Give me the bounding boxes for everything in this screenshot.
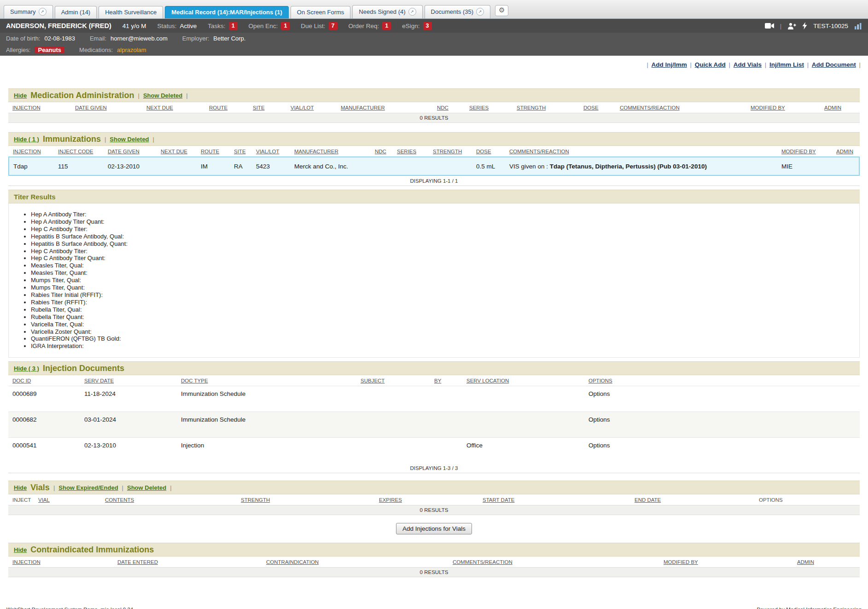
show-expired-ended-link[interactable]: Show Expired/Ended bbox=[58, 484, 118, 491]
immunization-row-tdap[interactable]: Tdap 115 02-13-2010 IM RA 5423 Merck and… bbox=[9, 157, 859, 175]
col-admin[interactable]: ADMIN bbox=[834, 146, 859, 157]
popout-icon[interactable]: ↗ bbox=[476, 8, 484, 16]
col-strength[interactable]: STRENGTH bbox=[239, 494, 377, 505]
col-dose[interactable]: DOSE bbox=[582, 102, 618, 113]
quick-actions-lightning-icon[interactable] bbox=[802, 22, 807, 29]
col-modified-by[interactable]: MODIFIED BY bbox=[662, 557, 795, 567]
add-vials-link[interactable]: Add Vials bbox=[734, 61, 762, 68]
show-deleted-link[interactable]: Show Deleted bbox=[143, 92, 182, 99]
add-person-icon[interactable] bbox=[787, 23, 796, 29]
col-vial[interactable]: VIAL bbox=[36, 494, 103, 505]
col-modified-by[interactable]: MODIFIED BY bbox=[749, 102, 822, 113]
col-next-due[interactable]: NEXT DUE bbox=[145, 102, 207, 113]
hide-vials-link[interactable]: Hide bbox=[14, 484, 27, 491]
esign-badge[interactable]: 3 bbox=[423, 22, 432, 30]
hide-injection-documents-link[interactable]: Hide ( 3 ) bbox=[14, 365, 39, 372]
footer-powered-by[interactable]: Powered by Medical Informatics Engineeri… bbox=[757, 607, 862, 609]
tab-needs-signed[interactable]: Needs Signed (4) ↗ bbox=[352, 5, 422, 18]
col-expires[interactable]: EXPIRES bbox=[377, 494, 481, 505]
popout-icon[interactable]: ↗ bbox=[408, 8, 416, 16]
hide-immunizations-link[interactable]: Hide ( 1 ) bbox=[14, 136, 39, 143]
due-list-badge[interactable]: 7 bbox=[329, 22, 338, 30]
col-admin[interactable]: ADMIN bbox=[795, 557, 860, 567]
col-admin[interactable]: ADMIN bbox=[822, 102, 860, 113]
col-route[interactable]: ROUTE bbox=[199, 146, 232, 157]
popout-icon[interactable]: ↗ bbox=[39, 8, 47, 16]
col-series[interactable]: SERIES bbox=[467, 102, 515, 113]
col-series[interactable]: SERIES bbox=[395, 146, 431, 157]
show-deleted-link[interactable]: Show Deleted bbox=[110, 136, 149, 143]
allergy-badge[interactable]: Peanuts bbox=[35, 46, 64, 53]
options-menu[interactable]: Options bbox=[588, 390, 610, 397]
open-enc-badge[interactable]: 1 bbox=[281, 22, 290, 30]
tab-medical-record-mar-injections[interactable]: Medical Record (14):MAR/Injections (1) bbox=[165, 6, 289, 18]
col-start-date[interactable]: START DATE bbox=[481, 494, 633, 505]
col-contraindication[interactable]: CONTRAINDICATION bbox=[264, 557, 451, 567]
col-inject-code[interactable]: INJECT CODE bbox=[56, 146, 106, 157]
col-doc-type[interactable]: DOC TYPE bbox=[179, 375, 359, 386]
bar-chart-icon[interactable] bbox=[854, 23, 862, 29]
medication-item[interactable]: alprazolam bbox=[117, 46, 146, 53]
col-site[interactable]: SITE bbox=[232, 146, 254, 157]
col-injection[interactable]: INJECTION bbox=[8, 102, 73, 113]
immunizations-header: Hide ( 1 ) Immunizations | Show Deleted … bbox=[8, 132, 860, 146]
col-contents[interactable]: CONTENTS bbox=[103, 494, 239, 505]
col-dose[interactable]: DOSE bbox=[474, 146, 507, 157]
titer-item: Hep C Antibody Titer Quant: bbox=[31, 255, 859, 262]
video-call-icon[interactable] bbox=[765, 23, 774, 29]
col-serv-date[interactable]: SERV DATE bbox=[82, 375, 179, 386]
settings-gear-icon[interactable]: ⚙ bbox=[495, 5, 508, 16]
col-options: OPTIONS bbox=[757, 494, 860, 505]
table-header-row: INJECTION DATE ENTERED CONTRAINDICATION … bbox=[8, 557, 860, 567]
col-modified-by[interactable]: MODIFIED BY bbox=[780, 146, 834, 157]
add-inj-imm-link[interactable]: Add Inj/Imm bbox=[652, 61, 687, 68]
options-menu[interactable]: Options bbox=[588, 442, 610, 449]
col-by[interactable]: BY bbox=[432, 375, 465, 386]
tab-documents[interactable]: Documents (35) ↗ bbox=[425, 5, 490, 18]
col-injection[interactable]: INJECTION bbox=[8, 557, 116, 567]
col-next-due[interactable]: NEXT DUE bbox=[159, 146, 199, 157]
hide-med-admin-link[interactable]: Hide bbox=[14, 92, 27, 99]
tab-summary[interactable]: Summary ↗ bbox=[4, 5, 53, 18]
col-manufacturer[interactable]: MANUFACTURER bbox=[292, 146, 373, 157]
col-date-entered[interactable]: DATE ENTERED bbox=[116, 557, 264, 567]
col-comments[interactable]: COMMENTS/REACTION bbox=[507, 146, 780, 157]
col-manufacturer[interactable]: MANUFACTURER bbox=[339, 102, 435, 113]
col-doc-id[interactable]: DOC ID bbox=[8, 375, 82, 386]
options-menu[interactable]: Options bbox=[588, 416, 610, 423]
add-injections-for-vials-button[interactable]: Add Injections for Vials bbox=[396, 523, 472, 534]
tab-on-screen-forms[interactable]: On Screen Forms bbox=[291, 6, 351, 18]
inj-imm-list-link[interactable]: Inj/Imm List bbox=[769, 61, 804, 68]
col-date-given[interactable]: DATE GIVEN bbox=[73, 102, 145, 113]
titer-item: Hep A Antibody Titer Quant: bbox=[31, 218, 859, 226]
col-subject[interactable]: SUBJECT bbox=[359, 375, 432, 386]
col-date-given[interactable]: DATE GIVEN bbox=[106, 146, 159, 157]
order-req-badge[interactable]: 1 bbox=[382, 22, 391, 30]
add-document-link[interactable]: Add Document bbox=[812, 61, 856, 68]
show-deleted-link[interactable]: Show Deleted bbox=[127, 484, 166, 491]
col-route[interactable]: ROUTE bbox=[207, 102, 251, 113]
col-comments[interactable]: COMMENTS/REACTION bbox=[451, 557, 662, 567]
col-vial-lot[interactable]: VIAL/LOT bbox=[289, 102, 339, 113]
col-end-date[interactable]: END DATE bbox=[633, 494, 757, 505]
quick-add-link[interactable]: Quick Add bbox=[695, 61, 726, 68]
document-row[interactable]: 0000689 11-18-2024 Immunization Schedule… bbox=[8, 386, 860, 412]
tab-health-surveillance[interactable]: Health Surveillance bbox=[99, 6, 163, 18]
tab-admin[interactable]: Admin (14) bbox=[55, 6, 97, 18]
tasks-badge[interactable]: 1 bbox=[229, 22, 238, 30]
document-row[interactable]: 0000682 03-01-2024 Immunization Schedule… bbox=[8, 412, 860, 438]
col-serv-location[interactable]: SERV LOCATION bbox=[465, 375, 587, 386]
col-strength[interactable]: STRENGTH bbox=[515, 102, 582, 113]
titer-item: QuantiFERON (QFTBG) TB Gold: bbox=[31, 335, 859, 342]
col-options[interactable]: OPTIONS bbox=[587, 375, 860, 386]
col-ndc[interactable]: NDC bbox=[373, 146, 395, 157]
col-site[interactable]: SITE bbox=[251, 102, 289, 113]
hide-contraindicated-link[interactable]: Hide bbox=[14, 546, 27, 553]
col-injection[interactable]: INJECTION bbox=[9, 146, 56, 157]
document-row[interactable]: 0000541 02-13-2010 Injection Office Opti… bbox=[8, 438, 860, 464]
immunizations-table: INJECTION INJECT CODE DATE GIVEN NEXT DU… bbox=[8, 146, 860, 176]
col-strength[interactable]: STRENGTH bbox=[431, 146, 474, 157]
col-comments[interactable]: COMMENTS/REACTION bbox=[618, 102, 749, 113]
col-ndc[interactable]: NDC bbox=[435, 102, 467, 113]
col-vial-lot[interactable]: VIAL/LOT bbox=[254, 146, 292, 157]
